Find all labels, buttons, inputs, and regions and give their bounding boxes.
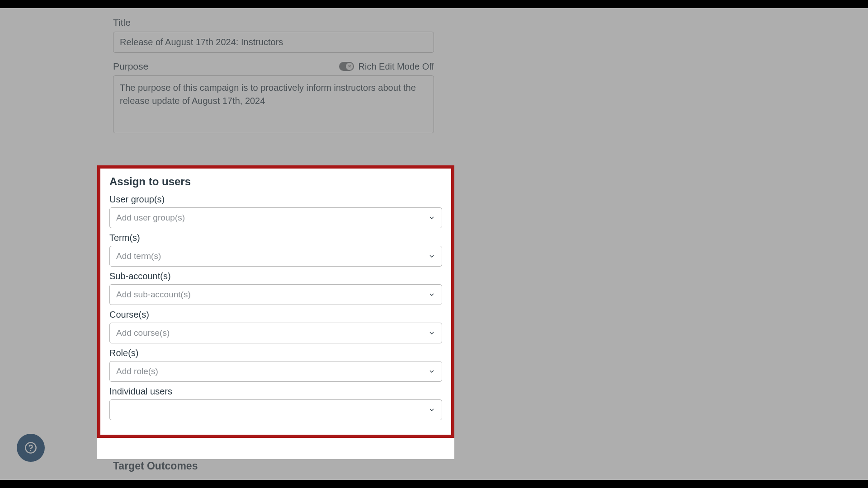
chevron-down-icon [428, 253, 435, 260]
individual-users-select[interactable] [109, 399, 442, 420]
title-input[interactable] [113, 32, 434, 53]
assign-to-users-heading: Assign to users [109, 175, 442, 188]
subaccounts-select[interactable]: Add sub-account(s) [109, 284, 442, 305]
question-mark-icon [24, 441, 37, 454]
individual-users-field: Individual users [109, 386, 442, 420]
app-viewport: Title Purpose Rich Edit Mode Off Assign … [0, 8, 868, 480]
rich-edit-toggle-group: Rich Edit Mode Off [339, 61, 434, 72]
target-outcomes-heading: Target Outcomes [113, 460, 198, 472]
help-button[interactable] [17, 434, 45, 462]
subaccounts-label: Sub-account(s) [109, 271, 442, 282]
courses-placeholder: Add course(s) [116, 328, 170, 338]
chevron-down-icon [428, 406, 435, 413]
chevron-down-icon [428, 214, 435, 221]
terms-placeholder: Add term(s) [116, 251, 161, 261]
subaccounts-placeholder: Add sub-account(s) [116, 290, 191, 300]
terms-field: Term(s) Add term(s) [109, 233, 442, 267]
individual-users-label: Individual users [109, 386, 442, 397]
roles-placeholder: Add role(s) [116, 366, 158, 376]
roles-field: Role(s) Add role(s) [109, 348, 442, 382]
terms-label: Term(s) [109, 233, 442, 243]
dim-overlay-right [454, 165, 868, 459]
terms-select[interactable]: Add term(s) [109, 246, 442, 267]
user-groups-select[interactable]: Add user group(s) [109, 207, 442, 228]
rich-edit-toggle[interactable] [339, 62, 354, 71]
user-groups-field: User group(s) Add user group(s) [109, 194, 442, 228]
dim-overlay-left [0, 165, 97, 459]
chevron-down-icon [428, 368, 435, 375]
assign-to-users-panel: Assign to users User group(s) Add user g… [97, 165, 454, 438]
purpose-label: Purpose [113, 61, 148, 72]
user-groups-label: User group(s) [109, 194, 442, 205]
roles-select[interactable]: Add role(s) [109, 361, 442, 382]
subaccounts-field: Sub-account(s) Add sub-account(s) [109, 271, 442, 305]
user-groups-placeholder: Add user group(s) [116, 213, 185, 223]
purpose-header-row: Purpose Rich Edit Mode Off [113, 61, 434, 72]
roles-label: Role(s) [109, 348, 442, 358]
courses-field: Course(s) Add course(s) [109, 310, 442, 343]
chevron-down-icon [428, 291, 435, 298]
courses-select[interactable]: Add course(s) [109, 323, 442, 343]
rich-edit-toggle-label: Rich Edit Mode Off [359, 61, 434, 72]
chevron-down-icon [428, 329, 435, 337]
form-column: Title Purpose Rich Edit Mode Off [113, 17, 434, 133]
purpose-textarea[interactable] [113, 75, 434, 133]
title-label: Title [113, 17, 434, 28]
courses-label: Course(s) [109, 310, 442, 320]
